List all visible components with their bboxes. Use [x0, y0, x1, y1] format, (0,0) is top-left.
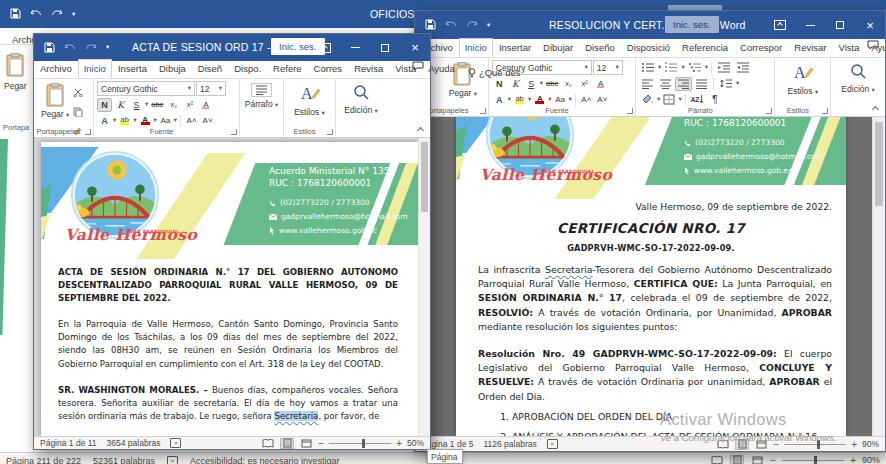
styles-button[interactable]: A Estilos ▾ — [287, 81, 332, 119]
clear-formatting-button[interactable]: A — [198, 98, 213, 112]
font-size-select[interactable]: 12▾ — [196, 81, 226, 96]
undo-icon[interactable] — [445, 16, 457, 34]
italic-button[interactable]: K — [113, 98, 128, 112]
right-titlebar[interactable]: ▾ RESOLUCION Y CERT. ACTA 17 - Word Inic… — [415, 11, 885, 39]
zoom-level[interactable]: 90% — [862, 455, 880, 464]
copy-icon[interactable] — [73, 103, 84, 121]
superscript-button[interactable]: x² — [577, 77, 592, 91]
zoom-in-icon[interactable]: + — [851, 439, 857, 450]
borders-button[interactable] — [661, 93, 677, 107]
paste-label[interactable]: Pegar — [4, 81, 27, 91]
collapse-ribbon-icon[interactable] — [418, 126, 425, 133]
save-icon[interactable] — [10, 5, 21, 23]
redo-icon[interactable] — [466, 16, 478, 34]
ribbon-tab[interactable]: Inicio — [459, 38, 493, 57]
ribbon-tab[interactable]: Revisa — [348, 59, 389, 78]
ribbon-tab[interactable]: Inicio — [78, 59, 112, 78]
styles-dialog-launcher[interactable] — [327, 129, 333, 135]
align-left-button[interactable] — [639, 77, 656, 91]
print-layout-icon[interactable] — [280, 438, 294, 449]
redo-icon[interactable] — [51, 5, 63, 23]
tell-me-box[interactable]: ¿Qué des — [468, 67, 521, 78]
strikethrough-button[interactable]: abc — [149, 98, 165, 112]
page-indicator[interactable]: Página 1 de 11 — [40, 438, 97, 448]
multilevel-list-button[interactable] — [686, 61, 704, 75]
align-center-button[interactable] — [657, 77, 674, 91]
left-page[interactable]: Valle Hermoso GAD PARROQUIAL Acuerdo Min… — [41, 142, 418, 436]
word-count[interactable]: 52361 palabras — [93, 456, 155, 464]
qat-customize-icon[interactable]: ▾ — [106, 44, 109, 51]
clipboard-dialog-launcher[interactable] — [85, 129, 91, 135]
ribbon-tab[interactable]: Dibuja — [153, 59, 192, 78]
bold-button[interactable]: N — [97, 98, 112, 112]
undo-icon[interactable] — [30, 5, 42, 23]
editing-button[interactable]: Edición ▾ — [834, 60, 882, 96]
cut-icon[interactable] — [73, 83, 84, 101]
right-page[interactable]: Valle Hermoso GAD PARROQUIAL Acuerdo Min… — [456, 117, 846, 436]
grow-font-button[interactable]: A˄ — [579, 93, 594, 107]
ribbon-tab[interactable]: Referencia — [676, 38, 734, 57]
clear-formatting-button[interactable]: A — [593, 77, 608, 91]
ribbon-display-icon[interactable] — [765, 11, 795, 39]
strikethrough-button[interactable]: abc — [544, 77, 560, 91]
zoom-slider[interactable] — [784, 444, 846, 445]
minimize-button[interactable] — [795, 11, 825, 39]
ribbon-tab[interactable]: Vista — [832, 38, 865, 57]
underline-button[interactable]: S — [129, 98, 144, 112]
paste-icon[interactable] — [6, 53, 25, 81]
proofing-icon[interactable]: × — [170, 438, 181, 448]
align-right-button[interactable] — [675, 77, 692, 91]
superscript-button[interactable]: x² — [182, 98, 197, 112]
accessibility-status[interactable]: Accesibilidad: es necesario investigar — [190, 456, 340, 464]
ribbon-tab[interactable]: Dibujar — [537, 38, 579, 57]
qat-customize-icon[interactable]: ▾ — [487, 22, 490, 29]
read-mode-icon[interactable] — [716, 439, 730, 450]
ribbon-tab[interactable]: Refere — [267, 59, 308, 78]
print-layout-icon[interactable] — [730, 455, 744, 464]
left-titlebar[interactable]: ▾ ACTA DE SESION ORD 17 - Word Inic. ses… — [34, 34, 430, 61]
font-dialog-launcher[interactable] — [627, 108, 633, 114]
font-color-button[interactable]: A — [532, 93, 547, 107]
collapse-ribbon-icon[interactable] — [873, 105, 880, 112]
styles-dialog-launcher[interactable] — [822, 108, 828, 114]
zoom-out-icon[interactable]: − — [770, 455, 776, 464]
subscript-button[interactable]: x₂ — [561, 77, 576, 91]
text-effects-button[interactable]: A — [97, 114, 112, 128]
zoom-slider[interactable] — [329, 443, 391, 444]
zoom-slider[interactable] — [782, 460, 844, 461]
paragraph-button[interactable]: Párrafo ▾ — [243, 81, 280, 111]
ribbon-tab[interactable]: Revisar — [788, 38, 832, 57]
bullets-button[interactable] — [639, 61, 657, 75]
shrink-font-button[interactable]: A˅ — [200, 114, 215, 128]
web-layout-icon[interactable] — [750, 455, 764, 464]
signin-button[interactable]: Inic. ses. — [665, 16, 719, 33]
maximize-button[interactable] — [370, 34, 400, 61]
decrease-indent-button[interactable] — [715, 61, 733, 75]
zoom-level[interactable]: 50% — [407, 438, 424, 448]
paragraph-dialog-launcher[interactable] — [766, 108, 772, 114]
font-size-select[interactable]: 12▾ — [593, 60, 623, 75]
bold-button[interactable]: N — [492, 77, 507, 91]
clipboard-dialog-launcher[interactable] — [480, 108, 486, 114]
print-layout-icon[interactable] — [735, 439, 749, 450]
web-layout-icon[interactable] — [754, 439, 768, 450]
editing-button[interactable]: Edición ▾ — [339, 81, 383, 117]
qat-customize-icon[interactable]: ▾ — [72, 11, 75, 18]
ribbon-tab[interactable]: Insertar — [493, 38, 537, 57]
save-icon[interactable] — [425, 16, 436, 34]
styles-button[interactable]: A Estilos ▾ — [778, 60, 827, 98]
proofing-icon[interactable]: × — [547, 439, 558, 449]
proofing-icon[interactable]: × — [167, 456, 178, 464]
redo-icon[interactable] — [85, 39, 97, 57]
highlight-button[interactable]: ab — [512, 93, 527, 107]
vertical-scrollbar[interactable] — [872, 117, 885, 436]
web-layout-icon[interactable] — [299, 438, 313, 449]
zoom-out-icon[interactable]: − — [773, 439, 779, 450]
read-mode-icon[interactable] — [261, 438, 275, 449]
font-color-button[interactable]: A — [138, 114, 153, 128]
underline-button[interactable]: S — [524, 77, 539, 91]
line-spacing-button[interactable] — [717, 77, 735, 91]
font-dialog-launcher[interactable] — [231, 129, 237, 135]
comments-icon[interactable] — [412, 57, 424, 75]
zoom-level[interactable]: 90% — [862, 439, 879, 449]
